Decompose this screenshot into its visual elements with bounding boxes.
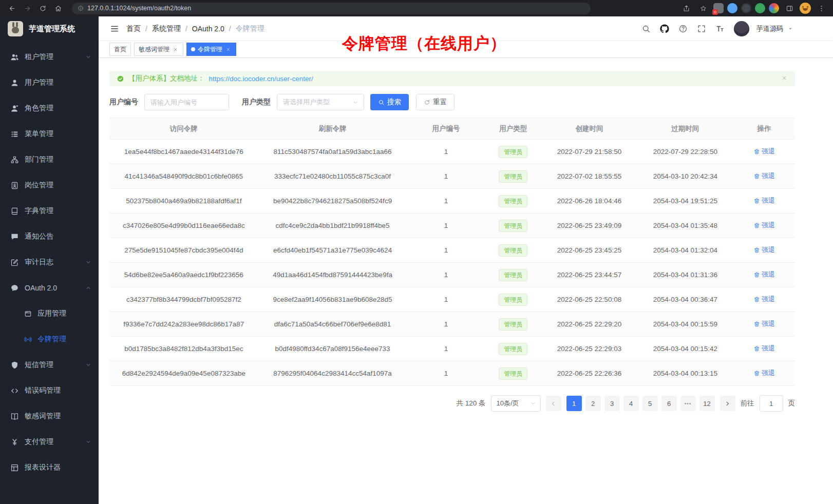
sidebar-item-app[interactable]: 应用管理 [0,301,99,326]
help-button[interactable] [675,21,691,36]
sidebar-item-user[interactable]: 用户管理 [0,70,99,95]
next-page-button[interactable] [720,396,735,411]
table-row: c347026e805e4d99b0d116eae66eda8c cdfc4ce… [109,214,795,238]
force-logout-button[interactable]: 强退 [753,270,775,279]
extension-badge: 0 [712,9,718,15]
page-button-6[interactable]: 6 [661,396,677,411]
sidebar-collapse-button[interactable] [106,20,123,37]
browser-address-bar[interactable]: 127.0.0.1:1024/system/oauth2/token [72,3,591,14]
page-button-5[interactable]: 5 [642,396,658,411]
browser-menu-button[interactable] [815,2,828,14]
page-button-2[interactable]: 2 [585,396,601,411]
prev-page-button[interactable] [546,396,561,411]
page-more-button[interactable]: ••• [680,396,696,411]
sidebar-item-notice[interactable]: 通知公告 [0,224,99,249]
page-button-4[interactable]: 4 [623,396,639,411]
tenant-icon [10,53,19,62]
alert-close-icon[interactable] [781,75,788,82]
sidebar-item-label: 报表设计器 [25,463,91,472]
fullscreen-button[interactable] [694,21,709,36]
force-logout-button[interactable]: 强退 [753,171,775,181]
browser-chrome: 127.0.0.1:1024/system/oauth2/token 0 [0,0,833,16]
user-avatar[interactable] [734,21,749,36]
force-logout-button[interactable]: 强退 [753,196,775,205]
expire-time-cell: 2054-03-04 01:32:04 [637,238,733,263]
breadcrumb-item[interactable]: 系统管理 / [152,24,187,33]
extension-icon[interactable]: 0 [713,3,724,13]
breadcrumb-separator: / [229,25,231,33]
sidebar-item-dict[interactable]: 字典管理 [0,198,99,224]
sidebar-item-sensitive[interactable]: 敏感词管理 [0,403,99,429]
browser-back-button[interactable] [5,2,18,14]
user-type-cell: 管理员 [485,312,541,337]
goto-page-input[interactable] [760,395,783,412]
check-circle-icon [117,75,124,83]
tab-1[interactable]: 敏感词管理 [134,43,183,56]
sidebar-item-role[interactable]: 角色管理 [0,95,99,121]
browser-panel-button[interactable] [783,2,796,14]
force-logout-button[interactable]: 强退 [753,147,775,156]
sidebar-item-log[interactable]: 审计日志 [0,249,99,275]
user-id-input[interactable] [150,99,223,106]
extension-icon[interactable] [755,3,765,13]
sidebar-item-label: 审计日志 [25,258,80,267]
goto-suffix: 页 [788,399,796,408]
app-logo[interactable]: 芋道管理系统 [0,16,99,41]
header-search-button[interactable] [638,21,654,36]
force-logout-button[interactable]: 强退 [753,245,775,255]
force-logout-button[interactable]: 强退 [753,344,775,353]
extension-icon[interactable] [727,3,737,13]
tab-close-icon[interactable] [172,46,179,53]
browser-share-button[interactable] [679,2,693,14]
sidebar-item-token[interactable]: 令牌管理 [0,326,99,352]
oauth-icon [10,284,19,293]
tab-label: 首页 [114,45,126,54]
github-link[interactable] [657,21,672,36]
token-icon [24,336,32,343]
user-type-select[interactable]: 请选择用户类型 [277,94,364,110]
sidebar-item-post[interactable]: 岗位管理 [0,172,99,198]
column-header: 用户类型 [485,118,541,140]
font-size-button[interactable] [712,21,728,36]
search-button[interactable]: 搜索 [370,94,409,110]
trash-icon [753,222,760,229]
app-icon [24,310,32,318]
force-logout-button[interactable]: 强退 [753,369,775,378]
breadcrumb-item[interactable]: 首页 / [126,24,147,33]
force-logout-button[interactable]: 强退 [753,319,775,328]
sidebar-item-tenant[interactable]: 租户管理 [0,44,99,70]
page-size-select[interactable]: 10条/页 [491,395,541,412]
browser-reload-button[interactable] [36,2,49,14]
sidebar-item-pay[interactable]: 支付管理 [0,429,99,455]
force-logout-button[interactable]: 强退 [753,221,775,230]
page-button-12[interactable]: 12 [699,396,715,411]
sidebar-item-errcode[interactable]: 错误码管理 [0,378,99,403]
breadcrumb-item[interactable]: OAuth 2.0 / [192,25,231,33]
user-caret-icon[interactable] [787,26,793,32]
browser-home-button[interactable] [51,2,65,14]
sidebar-item-report[interactable]: 报表设计器 [0,455,99,480]
doc-link[interactable]: https://doc.iocoder.cn/user-center/ [209,75,313,83]
user-name[interactable]: 芋道源码 [756,24,783,33]
user-id-label: 用户编号 [109,98,138,107]
browser-profile-avatar[interactable] [800,3,811,14]
share-icon [683,5,690,12]
page-button-1[interactable]: 1 [566,396,582,411]
sidebar-item-oauth[interactable]: OAuth 2.0 [0,275,99,301]
sidebar-item-sms[interactable]: 短信管理 [0,352,99,378]
page-button-3[interactable]: 3 [604,396,620,411]
browser-bookmark-button[interactable] [696,2,710,14]
close-icon [173,47,178,52]
browser-forward-button[interactable] [21,2,34,14]
sidebar-item-menu[interactable]: 菜单管理 [0,121,99,147]
refresh-token-cell: cdfc4ce9c2da4bb1bdf21b9918ff4be5 [258,214,407,238]
tab-close-icon[interactable] [225,46,232,53]
breadcrumb: 首页 / 系统管理 / OAuth 2.0 / 令牌管理 [126,24,264,33]
extension-icon[interactable] [741,3,751,13]
reset-button[interactable]: 重置 [416,94,455,110]
sidebar-item-dept[interactable]: 部门管理 [0,147,99,172]
tab-0[interactable]: 首页 [109,43,131,56]
tab-2[interactable]: 令牌管理 [186,43,236,56]
force-logout-button[interactable]: 强退 [753,295,775,304]
extension-icon[interactable] [769,3,779,13]
